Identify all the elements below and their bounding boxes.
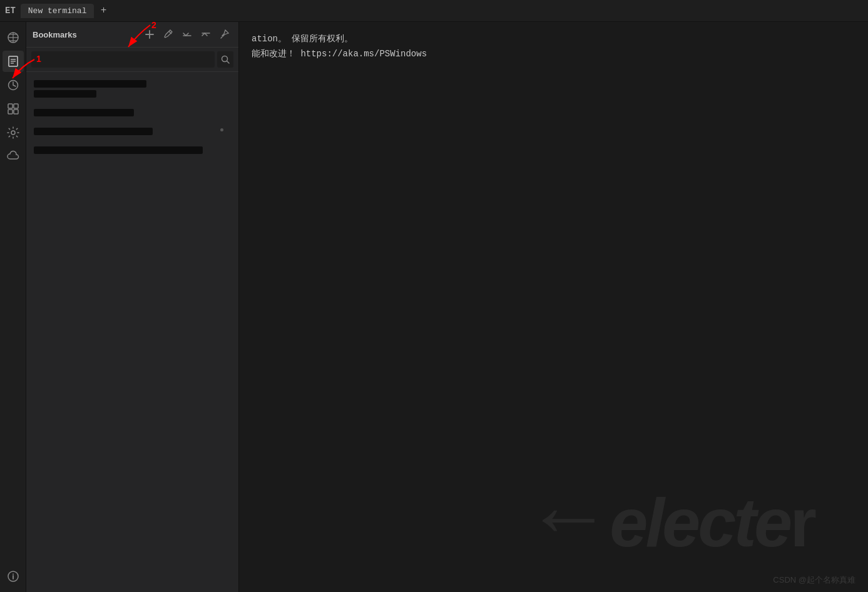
csdn-attribution: CSDN @起个名称真难 bbox=[773, 574, 855, 586]
bookmarks-edit-button[interactable] bbox=[161, 27, 176, 42]
app-logo: ЕТ bbox=[5, 6, 16, 16]
list-item[interactable] bbox=[29, 142, 236, 158]
sidebar-item-cloud[interactable] bbox=[3, 146, 24, 167]
bookmarks-panel: Bookmarks bbox=[26, 22, 239, 592]
app-watermark: ←electer bbox=[524, 466, 814, 567]
bookmarks-expand-button[interactable] bbox=[198, 27, 213, 42]
bookmarks-title: Bookmarks bbox=[33, 30, 138, 39]
svg-rect-10 bbox=[8, 104, 13, 108]
svg-line-21 bbox=[221, 37, 222, 38]
svg-line-23 bbox=[227, 61, 230, 64]
sidebar-item-history[interactable] bbox=[3, 74, 24, 96]
bookmarks-pin-button[interactable] bbox=[217, 27, 232, 42]
sidebar bbox=[0, 22, 26, 592]
search-button[interactable] bbox=[217, 51, 233, 68]
bookmarks-search-bar bbox=[26, 48, 238, 72]
svg-point-17 bbox=[13, 574, 14, 575]
sidebar-item-info[interactable] bbox=[3, 566, 24, 587]
sidebar-item-settings[interactable] bbox=[3, 122, 24, 143]
list-item[interactable] bbox=[29, 105, 236, 121]
svg-rect-12 bbox=[8, 110, 13, 114]
terminal-line-2: 能和改进！ https://aka.ms/PSWindows bbox=[252, 47, 855, 61]
sidebar-item-snippets[interactable] bbox=[3, 98, 24, 120]
list-item[interactable] bbox=[29, 123, 236, 140]
terminal-tab[interactable]: New terminal bbox=[21, 4, 94, 18]
terminal-output: ation。 保留所有权利。 能和改进！ https://aka.ms/PSWi… bbox=[252, 32, 855, 61]
sidebar-item-connections[interactable] bbox=[3, 27, 24, 48]
topbar: ЕТ New terminal + bbox=[0, 0, 868, 22]
bookmarks-add-button[interactable] bbox=[142, 27, 157, 42]
main-content: Bookmarks bbox=[0, 22, 868, 592]
terminal-line-1: ation。 保留所有权利。 bbox=[252, 32, 855, 46]
list-item[interactable] bbox=[29, 76, 236, 102]
search-input[interactable] bbox=[31, 51, 215, 68]
bookmarks-list bbox=[26, 72, 238, 592]
bookmarks-collapse-button[interactable] bbox=[180, 27, 195, 42]
terminal-tab-label: New terminal bbox=[28, 6, 87, 16]
svg-rect-13 bbox=[14, 110, 18, 114]
new-tab-button[interactable]: + bbox=[96, 4, 110, 18]
terminal-area[interactable]: ation。 保留所有权利。 能和改进！ https://aka.ms/PSWi… bbox=[239, 22, 868, 592]
svg-point-14 bbox=[11, 131, 15, 135]
bookmarks-header: Bookmarks bbox=[26, 22, 238, 48]
sidebar-item-bookmarks[interactable] bbox=[3, 51, 24, 72]
svg-rect-11 bbox=[14, 104, 18, 108]
